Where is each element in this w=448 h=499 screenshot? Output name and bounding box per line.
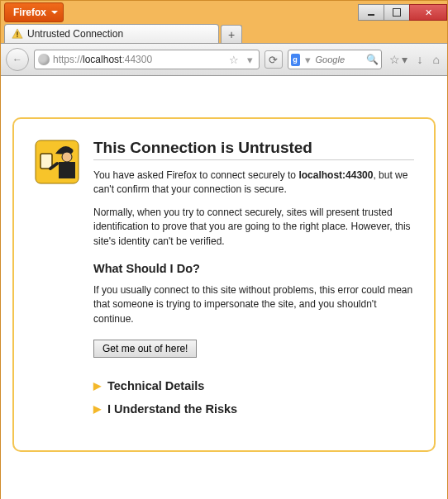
reload-button[interactable]: ⟳ [265,50,283,69]
svg-rect-6 [59,162,75,178]
understand-risks-label: I Understand the Risks [107,402,237,416]
back-button[interactable]: ← [6,48,29,71]
svg-rect-4 [41,154,52,169]
nav-toolbar: ← https://localhost:44300 ☆ ▾ ⟳ g ▾ 🔍 ☆▾… [1,43,447,76]
triangle-right-icon: ▶ [93,380,101,392]
search-engine-dropdown-icon[interactable]: ▾ [303,54,313,66]
svg-rect-1 [17,31,17,35]
url-dropdown-icon[interactable]: ▾ [245,54,255,66]
tab-bar: Untrusted Connection + [1,24,447,43]
page-heading: This Connection is Untrusted [93,139,414,160]
warning-icon [12,28,23,40]
close-button[interactable]: ✕ [409,4,447,21]
downloads-button[interactable]: ↓ [415,53,426,66]
home-button[interactable]: ⌂ [431,53,442,66]
error-paragraph-3: If you usually connect to this site with… [93,283,414,326]
tab-active[interactable]: Untrusted Connection [4,24,219,43]
error-paragraph-2: Normally, when you try to connect secure… [93,206,414,249]
technical-details-expander[interactable]: ▶ Technical Details [93,379,414,392]
bookmarks-menu-button[interactable]: ☆▾ [387,53,410,66]
svg-point-5 [62,152,72,162]
error-paragraph-1: You have asked Firefox to connect secure… [93,169,414,197]
url-text: https://localhost:44300 [53,54,223,65]
bookmark-star-icon[interactable]: ☆ [226,54,241,66]
error-panel: This Connection is Untrusted You have as… [12,117,436,452]
triangle-right-icon: ▶ [93,403,101,415]
minimize-button[interactable] [358,4,384,21]
bookmark-icon: ☆ [389,53,400,66]
get-me-out-button[interactable]: Get me out of here! [93,340,197,358]
technical-details-label: Technical Details [107,379,204,392]
error-text-column: This Connection is Untrusted You have as… [93,139,414,425]
globe-icon [38,54,50,65]
google-icon: g [291,54,300,66]
search-go-icon[interactable]: 🔍 [366,54,379,65]
tab-title: Untrusted Connection [27,28,123,40]
window-controls: ✕ [359,4,447,21]
search-bar[interactable]: g ▾ 🔍 [288,50,382,69]
search-input[interactable] [316,55,364,64]
app-menu-button[interactable]: Firefox [4,2,64,22]
browser-window: Firefox ✕ Untrusted Connection + ← https… [0,0,448,499]
page-content: This Connection is Untrusted You have as… [1,76,447,499]
svg-rect-2 [17,36,17,37]
understand-risks-expander[interactable]: ▶ I Understand the Risks [93,402,414,416]
what-should-i-do-heading: What Should I Do? [93,262,414,275]
maximize-button[interactable] [384,4,410,21]
chevron-down-icon: ▾ [402,53,407,66]
titlebar: Firefox ✕ [1,1,447,24]
new-tab-button[interactable]: + [221,25,242,43]
url-bar[interactable]: https://localhost:44300 ☆ ▾ [34,50,260,69]
untrusted-cop-icon [34,139,80,185]
